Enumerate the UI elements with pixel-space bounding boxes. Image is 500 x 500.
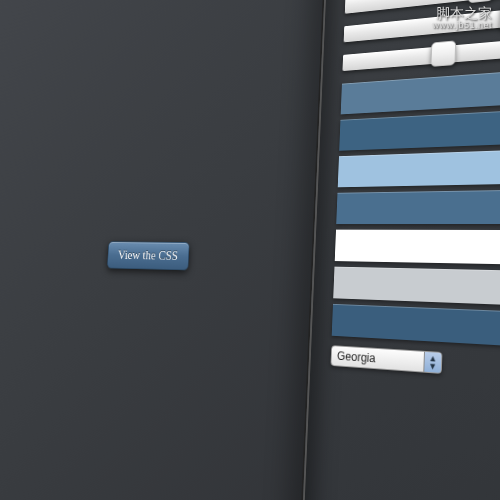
preview-surface: View the CSS: [0, 0, 328, 500]
font-select[interactable]: Georgia ▲▼: [330, 345, 442, 374]
slider-1-thumb[interactable]: [468, 0, 494, 3]
slider-3-thumb[interactable]: [431, 40, 457, 67]
view-css-button[interactable]: View the CSS: [107, 241, 190, 270]
color-rows: Top GraBottom GTop THover FHActiv: [327, 51, 500, 362]
color-row-3[interactable]: Hover F: [336, 186, 500, 224]
watermark-line2: www.jb51.net: [432, 21, 492, 31]
panel-3d-wrap: View the CSS Button Top GraBottom GTop T…: [54, 0, 500, 500]
scene: View the CSS Button Top GraBottom GTop T…: [0, 0, 500, 500]
watermark: 脚本之家 www.jb51.net: [432, 6, 492, 31]
font-select-value: Georgia: [331, 347, 424, 371]
view-css-button-label: View the CSS: [118, 248, 179, 262]
control-panel: Button Top GraBottom GTop THover FHActiv…: [293, 0, 500, 500]
select-arrows-icon: ▲▼: [423, 352, 441, 373]
color-row-4[interactable]: [335, 230, 500, 270]
color-row-5[interactable]: H: [333, 267, 500, 315]
